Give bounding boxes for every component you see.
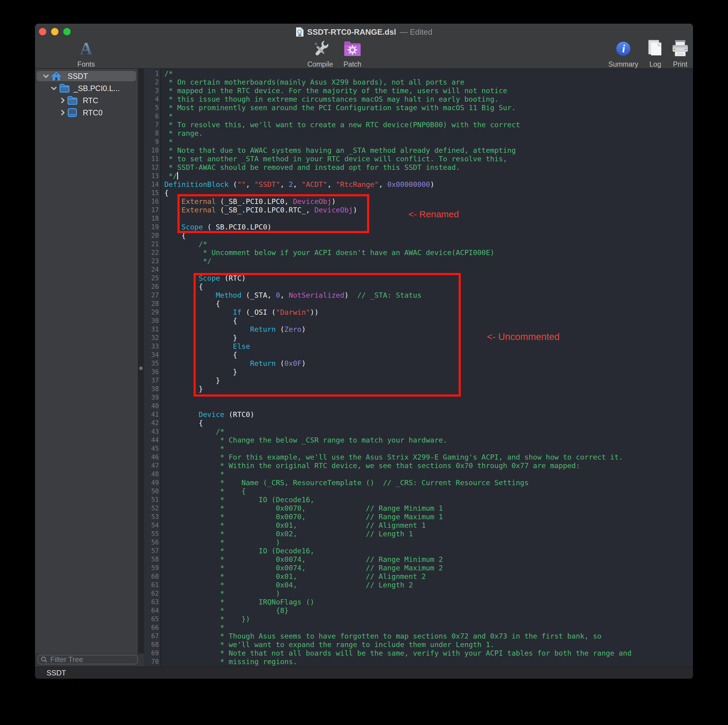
code-line[interactable]: * SSDT-AWAC should be removed and instea… — [164, 163, 693, 172]
code-line[interactable]: * 0x02, // Length 1 — [164, 529, 693, 538]
code-line[interactable]: /* — [164, 69, 693, 78]
line-number: 45 — [144, 444, 159, 453]
sidebar-item-ssdt[interactable]: SSDT — [35, 70, 138, 82]
code-line[interactable]: * To resolve this, we'll want to create … — [164, 121, 693, 129]
line-number: 8 — [144, 129, 159, 138]
line-number: 51 — [144, 496, 159, 504]
document-icon — [296, 27, 304, 37]
line-number: 67 — [144, 632, 159, 640]
code-line[interactable]: * ) — [164, 589, 693, 598]
patch-folder-icon — [343, 40, 362, 57]
code-line[interactable]: * {8} — [164, 606, 693, 615]
chevron-right-icon[interactable] — [60, 107, 66, 119]
code-line[interactable]: { — [164, 419, 693, 427]
code-line[interactable]: DefinitionBlock ("", "SSDT", 2, "ACDT", … — [164, 180, 693, 189]
code-line[interactable]: * 0x04, // Length 2 — [164, 581, 693, 589]
sidebar: SSDT _SB.PCI0.L... — [35, 69, 144, 667]
code-line[interactable]: * 0x01, // Alignment 1 — [164, 521, 693, 529]
code-line[interactable]: * Within the original RTC device, we see… — [164, 462, 693, 470]
line-number: 34 — [144, 350, 159, 359]
line-number: 19 — [144, 223, 159, 231]
line-number-gutter: 1234567891011121314151617181920212223242… — [144, 69, 161, 667]
line-number: 29 — [144, 308, 159, 317]
code-line[interactable]: * Name (_CRS, ResourceTemplate () // _CR… — [164, 479, 693, 487]
code-area[interactable]: /* * On certain motherboards(mainly Asus… — [161, 69, 693, 667]
code-line[interactable] — [164, 265, 693, 274]
code-line[interactable]: * 0x0074, // Range Minimum 2 — [164, 555, 693, 564]
chevron-down-icon[interactable] — [43, 70, 49, 82]
code-line[interactable]: * to set another _STA method in your RTC… — [164, 154, 693, 163]
code-line[interactable] — [164, 666, 693, 667]
line-number: 41 — [144, 410, 159, 419]
line-number: 36 — [144, 368, 159, 376]
code-line[interactable]: * Note that due to AWAC systems having a… — [164, 146, 693, 154]
line-number: 70 — [144, 658, 159, 666]
line-number: 49 — [144, 479, 159, 487]
line-number: 60 — [144, 572, 159, 581]
code-line[interactable]: * Uncomment below if your ACPI doesn't h… — [164, 248, 693, 257]
pane-splitter[interactable] — [138, 69, 144, 653]
code-line[interactable]: * range. — [164, 129, 693, 138]
line-number: 33 — [144, 342, 159, 350]
window-title-row: SSDT-RTC0-RANGE.dsl — Edited — [35, 27, 693, 37]
line-number: 58 — [144, 555, 159, 564]
line-number: 30 — [144, 317, 159, 325]
sidebar-item-rtc0[interactable]: RTC0 — [35, 107, 138, 119]
fonts-button[interactable]: A Fonts — [66, 39, 106, 69]
code-line[interactable]: * IO (Decode16, — [164, 547, 693, 555]
code-line[interactable]: * Note that not all boards will be the s… — [164, 649, 693, 658]
line-number: 35 — [144, 359, 159, 368]
code-line[interactable]: * this issue though in extreme circumsta… — [164, 95, 693, 104]
sidebar-item-sb-pci0[interactable]: _SB.PCI0.L... — [35, 82, 138, 94]
fonts-icon: A — [80, 40, 92, 57]
code-line[interactable] — [164, 402, 693, 410]
filter-tree-input[interactable]: Filter Tree — [37, 655, 138, 664]
splitter-handle-dot[interactable] — [139, 367, 143, 370]
code-line[interactable]: * For this example, we'll use the Asus S… — [164, 453, 693, 462]
code-line[interactable]: /* — [164, 427, 693, 436]
line-number: 61 — [144, 581, 159, 589]
code-line[interactable]: * — [164, 470, 693, 479]
code-line[interactable]: * mapped in the RTC device. For the majo… — [164, 86, 693, 95]
code-line[interactable]: * IO (Decode16, — [164, 496, 693, 504]
line-number: 18 — [144, 214, 159, 223]
patch-button[interactable]: Patch — [333, 39, 372, 69]
chevron-right-icon[interactable] — [60, 94, 66, 107]
code-line[interactable]: * Though Asus seems to have forgotten to… — [164, 632, 693, 640]
line-number: 38 — [144, 385, 159, 393]
device-icon — [67, 107, 78, 119]
code-line[interactable]: /* — [164, 240, 693, 248]
line-number: 37 — [144, 376, 159, 385]
code-line[interactable]: * we'll want to expand the range to incl… — [164, 640, 693, 649]
code-line[interactable]: * On certain motherboards(mainly Asus X2… — [164, 78, 693, 86]
code-line[interactable]: * — [164, 138, 693, 146]
line-number: 1 — [144, 69, 159, 78]
code-line[interactable]: * { — [164, 487, 693, 496]
code-line[interactable]: Device (RTC0) — [164, 410, 693, 419]
annotation-box-uncommented — [194, 273, 461, 396]
code-line[interactable]: * }) — [164, 615, 693, 623]
window-edited-state: — Edited — [399, 28, 432, 37]
code-line[interactable]: * 0x0070, // Range Maximum 1 — [164, 512, 693, 521]
line-number: 9 — [144, 138, 159, 146]
code-line[interactable]: * 0x01, // Alignment 2 — [164, 572, 693, 581]
code-line[interactable]: * Most prominently seen around the PCI C… — [164, 104, 693, 112]
chevron-down-icon[interactable] — [51, 82, 57, 94]
code-line[interactable]: * missing regions. — [164, 658, 693, 666]
code-line[interactable]: * Change the below _CSR range to match y… — [164, 436, 693, 444]
line-number: 65 — [144, 615, 159, 623]
code-line[interactable]: * 0x0074, // Range Maximum 2 — [164, 564, 693, 572]
code-line[interactable]: */ — [164, 172, 693, 180]
sidebar-item-rtc[interactable]: RTC — [35, 94, 138, 107]
code-line[interactable]: * — [164, 623, 693, 632]
print-button[interactable]: Print — [661, 39, 693, 69]
line-number: 39 — [144, 393, 159, 402]
code-line[interactable]: * 0x0070, // Range Minimum 1 — [164, 504, 693, 512]
code-line[interactable]: * IRQNoFlags () — [164, 598, 693, 606]
folder-icon — [59, 82, 70, 94]
code-line[interactable]: */ — [164, 257, 693, 265]
code-line[interactable]: * — [164, 444, 693, 453]
code-line[interactable]: * ) — [164, 538, 693, 547]
code-line[interactable]: * — [164, 112, 693, 121]
line-number: 24 — [144, 265, 159, 274]
